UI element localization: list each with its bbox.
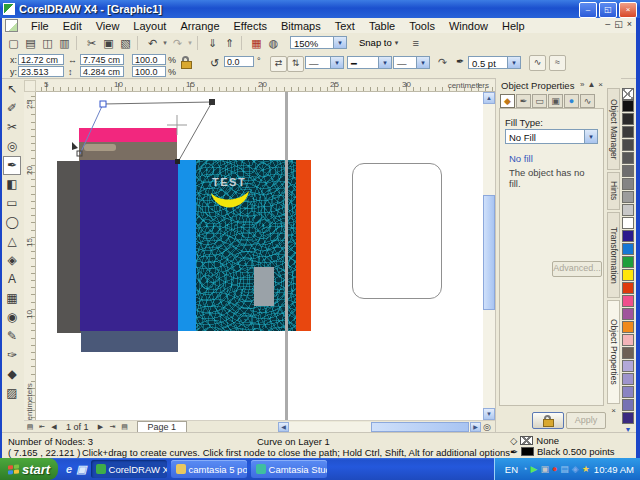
object-width-field[interactable]: 7.745 cm bbox=[80, 54, 124, 65]
tray-record-icon[interactable]: ● bbox=[552, 464, 557, 474]
new-button[interactable]: ▢ bbox=[5, 35, 22, 51]
add-page-button[interactable]: ▤ bbox=[24, 423, 36, 431]
docker-pin-icon[interactable]: ▲ bbox=[587, 80, 595, 89]
menu-item[interactable]: Tools bbox=[402, 19, 442, 33]
task-coreldraw[interactable]: CorelDRAW X4 - [Gra... bbox=[91, 460, 167, 478]
next-page-button[interactable]: ▶ bbox=[95, 423, 107, 431]
scale-v-field[interactable]: 100.0 bbox=[132, 66, 166, 77]
title-bar[interactable]: CorelDRAW X4 - [Graphic1] – ◱ × bbox=[0, 0, 640, 18]
curve-smoothness-button[interactable]: ≈ bbox=[549, 55, 566, 71]
fill-tab[interactable]: ◆ bbox=[500, 94, 515, 108]
menu-item[interactable]: Text bbox=[328, 19, 362, 33]
paste-button[interactable]: ▧ bbox=[117, 35, 134, 51]
color-swatch[interactable] bbox=[622, 152, 634, 164]
last-page-button[interactable]: ⇥ bbox=[107, 423, 119, 431]
color-swatch[interactable] bbox=[622, 386, 634, 398]
interactive-fill-tool[interactable]: ▨ bbox=[3, 384, 21, 403]
doc-restore-button[interactable]: ◱ bbox=[614, 19, 623, 29]
x-position-field[interactable]: 12.72 cm bbox=[18, 54, 64, 65]
curve-in-progress[interactable] bbox=[36, 92, 483, 420]
scale-h-field[interactable]: 100.0 bbox=[132, 54, 166, 65]
save-button[interactable]: ◫ bbox=[39, 35, 56, 51]
horizontal-ruler[interactable]: 51015202530 centimeters bbox=[36, 80, 495, 92]
vertical-ruler[interactable]: 25201510 centimeters bbox=[24, 92, 36, 420]
pick-tool[interactable]: ↖ bbox=[3, 80, 21, 99]
vscroll-thumb[interactable] bbox=[483, 195, 495, 310]
zoom-dropdown-arrow-icon[interactable]: ▾ bbox=[334, 36, 347, 49]
color-swatch[interactable] bbox=[622, 334, 634, 346]
prev-page-button[interactable]: ◀ bbox=[48, 423, 60, 431]
doc-close-button[interactable]: × bbox=[627, 19, 632, 29]
docker-close-icon[interactable]: × bbox=[598, 80, 603, 89]
scroll-up-icon[interactable]: ▲ bbox=[483, 92, 495, 104]
general-tab[interactable]: ▣ bbox=[548, 94, 563, 108]
zoom-tool[interactable]: ◎ bbox=[3, 137, 21, 156]
lock-button[interactable] bbox=[532, 412, 564, 429]
redo-dropdown[interactable]: ▾ bbox=[186, 35, 194, 51]
vertical-scrollbar[interactable]: ▲ ▼ bbox=[483, 92, 495, 420]
color-swatch[interactable] bbox=[622, 204, 634, 216]
tab-object-properties[interactable]: Object Properties bbox=[607, 300, 620, 404]
no-color-swatch[interactable] bbox=[622, 88, 634, 100]
interactive-blend-tool[interactable]: ◉ bbox=[3, 308, 21, 327]
shape-tool[interactable]: ✐ bbox=[3, 99, 21, 118]
color-swatch[interactable] bbox=[622, 165, 634, 177]
menu-item[interactable]: File bbox=[24, 19, 56, 33]
menu-item[interactable]: Table bbox=[362, 19, 402, 33]
ellipse-tool[interactable]: ◯ bbox=[3, 213, 21, 232]
undo-dropdown[interactable]: ▾ bbox=[161, 35, 169, 51]
snap-dropdown-arrow-icon[interactable]: ▾ bbox=[395, 39, 399, 47]
color-swatch[interactable] bbox=[622, 347, 634, 359]
fill-tool[interactable]: ◆ bbox=[3, 365, 21, 384]
page-tab[interactable]: Page 1 bbox=[137, 421, 188, 433]
open-button[interactable]: ▤ bbox=[22, 35, 39, 51]
color-swatch[interactable] bbox=[622, 295, 634, 307]
horizontal-scrollbar[interactable]: ◀ ▶ bbox=[278, 422, 481, 432]
smart-fill-tool[interactable]: ◧ bbox=[3, 175, 21, 194]
export-button[interactable]: ⇑ bbox=[221, 35, 238, 51]
undo-button[interactable]: ↶ bbox=[144, 35, 161, 51]
color-swatch[interactable] bbox=[622, 269, 634, 281]
drawing-canvas[interactable]: TEST bbox=[36, 92, 483, 420]
quick-launch-ie-icon[interactable]: e bbox=[66, 463, 72, 475]
menu-item[interactable]: Help bbox=[495, 19, 532, 33]
curve-tab[interactable]: ∿ bbox=[580, 94, 595, 108]
quick-launch-desktop-icon[interactable]: ▣ bbox=[76, 463, 86, 476]
basic-shapes-tool[interactable]: ◈ bbox=[3, 251, 21, 270]
tray-device-icon[interactable]: ▣ bbox=[540, 464, 549, 474]
task-camtasia-folder[interactable]: camtasia 5 portabl bbox=[171, 460, 247, 478]
zoom-level-select[interactable]: 150% bbox=[290, 36, 334, 49]
first-page-button[interactable]: ⇤ bbox=[36, 423, 48, 431]
add-page-button[interactable]: ▤ bbox=[119, 423, 131, 431]
options-button[interactable]: ≡ bbox=[407, 35, 424, 51]
doc-minimize-button[interactable]: – bbox=[605, 19, 610, 29]
outline-tab[interactable]: ✒ bbox=[516, 94, 531, 108]
color-swatch[interactable] bbox=[622, 113, 634, 125]
screen-capture-button[interactable]: ▦ bbox=[248, 35, 265, 51]
start-arrowhead-select[interactable]: —▾ bbox=[305, 56, 344, 69]
color-swatch[interactable] bbox=[622, 217, 634, 229]
hscroll-thumb[interactable] bbox=[371, 422, 469, 432]
color-swatch[interactable] bbox=[622, 308, 634, 320]
close-button[interactable]: × bbox=[619, 2, 637, 18]
menu-item[interactable]: Arrange bbox=[173, 19, 226, 33]
docker-flyout-icon[interactable]: » bbox=[580, 80, 584, 89]
mirror-vertical-button[interactable]: ⇅ bbox=[287, 56, 304, 72]
outline-pen-tool[interactable]: ✑ bbox=[3, 346, 21, 365]
outline-style-select[interactable]: ━▾ bbox=[347, 56, 392, 69]
menu-item[interactable]: Window bbox=[442, 19, 495, 33]
print-button[interactable]: ▥ bbox=[56, 35, 73, 51]
color-swatch[interactable] bbox=[622, 243, 634, 255]
rectangle-tool[interactable]: ▭ bbox=[3, 194, 21, 213]
menu-item[interactable]: Edit bbox=[56, 19, 89, 33]
scroll-left-icon[interactable]: ◀ bbox=[278, 422, 289, 432]
menu-item[interactable]: Layout bbox=[126, 19, 173, 33]
copy-button[interactable]: ▣ bbox=[100, 35, 117, 51]
color-swatch[interactable] bbox=[622, 230, 634, 242]
color-swatch[interactable] bbox=[622, 321, 634, 333]
color-swatch[interactable] bbox=[622, 126, 634, 138]
bezier-tool[interactable]: ✒ bbox=[3, 156, 21, 175]
tab-object-manager[interactable]: Object Manager bbox=[607, 88, 620, 170]
curve-node[interactable] bbox=[209, 99, 215, 105]
tray-play-icon[interactable]: ▶ bbox=[530, 464, 537, 474]
